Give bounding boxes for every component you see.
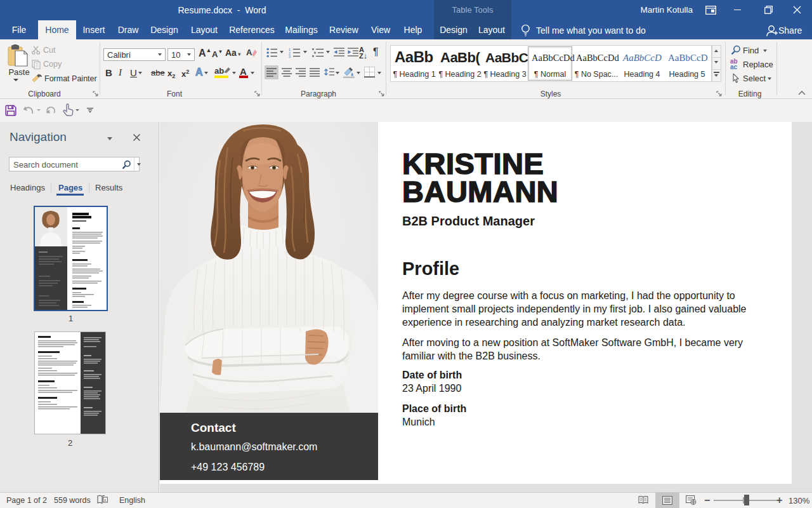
svg-text:A: A — [246, 48, 252, 57]
svg-text:3: 3 — [289, 55, 291, 58]
svg-text:x: x — [104, 498, 107, 502]
